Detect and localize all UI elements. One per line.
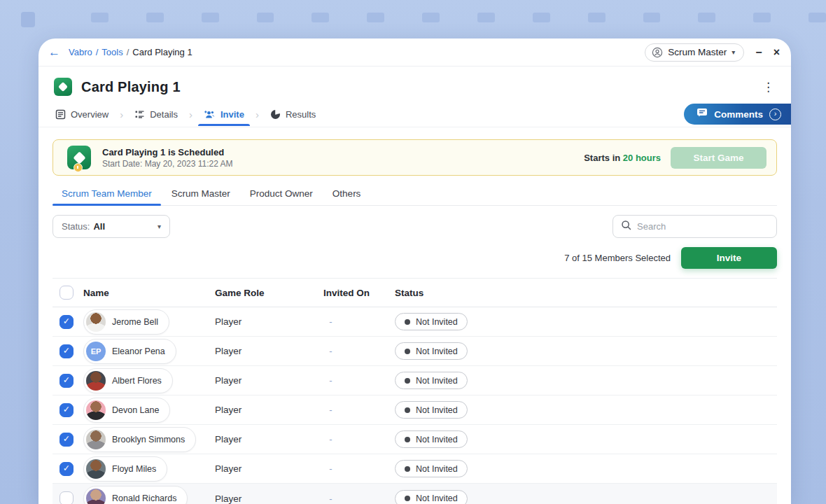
- member-pill[interactable]: Brooklyn Simmons: [83, 427, 196, 452]
- member-name: Floyd Miles: [112, 464, 156, 474]
- filter-row: Status: All ▾: [52, 215, 777, 238]
- desktop-deco-strip: [0, 13, 826, 27]
- tab-scrum-team-member[interactable]: Scrum Team Member: [61, 183, 153, 205]
- table-row: EP Eleanor Pena Player - Not Invited: [52, 337, 777, 366]
- avatar: [86, 489, 106, 504]
- tab-label: Results: [286, 109, 316, 120]
- card-game-icon: [67, 146, 91, 169]
- chevron-down-icon: ▾: [158, 223, 161, 230]
- row-checkbox[interactable]: [59, 344, 74, 358]
- invited-on: -: [308, 316, 354, 327]
- table-header-row: Name Game Role Invited On Status: [52, 278, 777, 307]
- app-window: ← Vabro / Tools / Card Playing 1: [38, 38, 791, 504]
- status-text: Not Invited: [416, 493, 458, 503]
- row-checkbox[interactable]: [59, 374, 74, 388]
- game-role: Player: [215, 493, 308, 504]
- tab-results[interactable]: Results: [269, 106, 317, 126]
- chevron-separator-icon: ›: [255, 108, 259, 124]
- tab-overview[interactable]: Overview: [54, 106, 110, 126]
- status-dot-icon: [405, 319, 410, 325]
- member-pill[interactable]: Jerome Bell: [83, 309, 169, 335]
- member-pill[interactable]: Ronald Richards: [83, 486, 188, 504]
- tab-details[interactable]: Details: [133, 106, 179, 126]
- table-row: Albert Flores Player - Not Invited: [52, 366, 777, 396]
- avatar: EP: [86, 342, 106, 361]
- avatar: [86, 400, 106, 420]
- row-checkbox[interactable]: [59, 403, 74, 417]
- tab-label: Details: [150, 109, 178, 120]
- starts-in-text: Starts in 20 hours: [584, 153, 661, 163]
- results-icon: [270, 109, 281, 120]
- member-name: Ronald Richards: [112, 493, 176, 503]
- breadcrumb-link-tools[interactable]: Tools: [102, 47, 122, 57]
- tab-label: Invite: [220, 109, 244, 120]
- main-content: Card Playing 1 is Scheduled Start Date: …: [38, 139, 791, 504]
- chevron-separator-icon: ›: [120, 108, 123, 124]
- chevron-down-icon: ▾: [732, 48, 735, 56]
- clock-badge-icon: [74, 163, 83, 172]
- tab-invite[interactable]: Invite: [202, 106, 246, 126]
- tab-others[interactable]: Others: [332, 183, 362, 205]
- avatar: [86, 371, 106, 391]
- status-dot-icon: [405, 466, 410, 472]
- desktop-background: ← Vabro / Tools / Card Playing 1: [0, 0, 826, 504]
- breadcrumb-separator: /: [127, 47, 130, 57]
- close-button[interactable]: ×: [774, 47, 780, 58]
- breadcrumb-link-vabro[interactable]: Vabro: [69, 47, 92, 57]
- row-checkbox[interactable]: [59, 462, 74, 476]
- game-role: Player: [215, 434, 308, 444]
- card-game-icon: [54, 78, 72, 96]
- search-box: [612, 215, 777, 238]
- member-pill[interactable]: Devon Lane: [83, 398, 170, 423]
- minimize-button[interactable]: −: [755, 47, 762, 58]
- status-badge: Not Invited: [395, 401, 468, 419]
- select-all-checkbox[interactable]: [59, 286, 74, 300]
- back-icon[interactable]: ←: [48, 46, 60, 58]
- game-role: Player: [215, 375, 308, 386]
- status-dot-icon: [405, 349, 410, 354]
- member-pill[interactable]: Floyd Miles: [83, 456, 167, 482]
- member-pill[interactable]: EP Eleanor Pena: [83, 339, 176, 364]
- invite-button[interactable]: Invite: [681, 247, 777, 269]
- user-circle-icon: [652, 47, 663, 58]
- chat-icon: [696, 108, 708, 120]
- start-game-button[interactable]: Start Game: [671, 147, 766, 169]
- status-text: Not Invited: [416, 405, 458, 415]
- expand-arrow-icon: ›: [769, 108, 781, 120]
- row-checkbox[interactable]: [59, 433, 74, 447]
- member-pill[interactable]: Albert Flores: [83, 368, 173, 393]
- member-name: Eleanor Pena: [112, 346, 165, 356]
- page-title: Card Playing 1: [81, 79, 760, 95]
- banner-subtitle: Start Date: May 20, 2023 11:22 AM: [102, 159, 584, 169]
- account-menu[interactable]: Scrum Master ▾: [645, 43, 744, 62]
- status-dot-icon: [405, 378, 410, 384]
- avatar: [86, 459, 106, 479]
- status-dot-icon: [405, 437, 410, 442]
- status-text: Not Invited: [416, 317, 458, 327]
- breadcrumb: Vabro / Tools / Card Playing 1: [69, 47, 192, 57]
- invite-icon: [204, 109, 216, 120]
- tab-product-owner[interactable]: Product Owner: [249, 183, 314, 205]
- status-filter-dropdown[interactable]: Status: All ▾: [52, 215, 170, 238]
- overview-icon: [55, 109, 66, 120]
- selection-summary: 7 of 15 Members Selected: [564, 253, 671, 263]
- comments-button[interactable]: Comments ›: [684, 104, 791, 125]
- avatar: [86, 312, 106, 332]
- search-input[interactable]: [637, 221, 769, 232]
- status-text: Not Invited: [416, 376, 458, 386]
- column-header-invited-on: Invited On: [308, 288, 385, 298]
- page-header: Card Playing 1 ⋮: [38, 66, 791, 102]
- selection-row: 7 of 15 Members Selected Invite: [52, 247, 777, 269]
- game-role: Player: [215, 405, 308, 415]
- member-name: Devon Lane: [112, 405, 159, 415]
- table-row: Devon Lane Player - Not Invited: [52, 396, 777, 425]
- column-header-status: Status: [385, 288, 777, 298]
- nav-tabs: Overview › Details ›: [38, 102, 791, 127]
- row-checkbox[interactable]: [59, 315, 74, 329]
- row-checkbox[interactable]: [59, 491, 74, 504]
- status-text: Not Invited: [416, 464, 458, 474]
- status-badge: Not Invited: [395, 372, 468, 389]
- tab-scrum-master[interactable]: Scrum Master: [171, 183, 231, 205]
- status-badge: Not Invited: [395, 313, 468, 330]
- kebab-menu-icon[interactable]: ⋮: [760, 80, 777, 94]
